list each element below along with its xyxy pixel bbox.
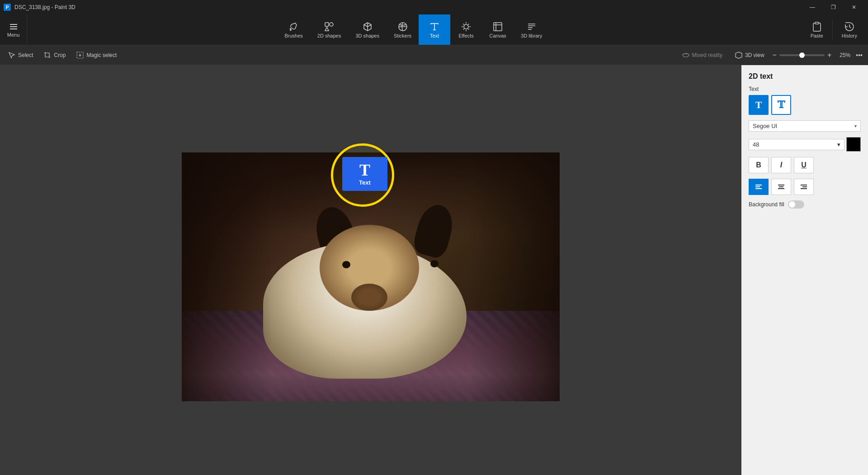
history-icon	[844, 21, 855, 32]
align-right-button[interactable]	[794, 179, 814, 195]
text-style-outline-button[interactable]: 𝕋	[771, 95, 791, 115]
text-style-t: T	[755, 99, 762, 111]
menu-icon	[9, 22, 18, 31]
magic-select-tool[interactable]: Magic select	[72, 50, 121, 61]
text-style-normal-button[interactable]: T	[749, 95, 769, 115]
title-bar: P DSC_3138.jpg - Paint 3D — ❐ ✕	[0, 0, 868, 14]
app-icon: P	[4, 4, 11, 11]
toolbar-2d-shapes[interactable]: 2D shapes	[310, 14, 349, 45]
right-panel: 2D text Text T 𝕋 Segoe UI ▾ 48 ▾	[741, 65, 868, 475]
crop-icon	[44, 52, 51, 59]
zoom-control: − + 25%	[773, 51, 851, 59]
restore-button[interactable]: ❐	[823, 0, 844, 14]
text-style-outline-t: 𝕋	[778, 99, 785, 111]
minimize-button[interactable]: —	[802, 0, 823, 14]
font-selector[interactable]: Segoe UI ▾	[749, 120, 861, 132]
toolbar-canvas[interactable]: Canvas	[482, 14, 514, 45]
paste-button[interactable]: Paste	[805, 19, 829, 40]
toolbar-3d-shapes[interactable]: 3D shapes	[348, 14, 387, 45]
svg-rect-11	[815, 22, 819, 24]
svg-rect-10	[494, 23, 502, 31]
right-overlay	[469, 152, 560, 401]
zoom-slider-thumb	[799, 52, 805, 58]
dog-nose	[351, 284, 387, 311]
more-options-button[interactable]: •••	[854, 50, 864, 61]
toolbar-effects[interactable]: Effects	[450, 14, 482, 45]
mixed-reality-icon	[682, 52, 689, 59]
secondary-toolbar: Select Crop Magic select Mixed reality 3…	[0, 45, 868, 65]
align-center-icon	[777, 183, 785, 191]
history-button[interactable]: History	[836, 19, 863, 40]
svg-rect-4	[10, 28, 17, 29]
3d-view-button[interactable]: 3D view	[731, 50, 769, 61]
mixed-reality-button[interactable]: Mixed reality	[678, 50, 727, 61]
canvas-area[interactable]: T Text	[0, 65, 741, 475]
2d-shapes-icon	[324, 21, 335, 32]
svg-rect-3	[10, 26, 17, 27]
text-label: Text	[430, 33, 439, 38]
italic-icon: I	[780, 161, 782, 169]
history-label: History	[842, 33, 857, 38]
2d-shapes-label: 2D shapes	[317, 33, 341, 38]
canvas-label: Canvas	[489, 33, 506, 38]
italic-button[interactable]: I	[771, 157, 791, 173]
bold-icon: B	[756, 161, 761, 169]
zoom-level: 25%	[834, 52, 850, 58]
underline-button[interactable]: U	[794, 157, 814, 173]
left-overlay	[182, 152, 272, 401]
toolbar-tools: Brushes 2D shapes 3D shapes	[27, 14, 800, 45]
bg-fill-label: Background fill	[749, 201, 784, 208]
toolbar-stickers[interactable]: Stickers	[387, 14, 419, 45]
font-name: Segoe UI	[753, 123, 854, 129]
toolbar-3d-library[interactable]: 3D library	[514, 14, 549, 45]
toolbar-text[interactable]: Text	[419, 14, 450, 45]
bold-button[interactable]: B	[749, 157, 769, 173]
close-button[interactable]: ✕	[844, 0, 864, 14]
effects-icon	[461, 21, 472, 32]
align-left-icon	[755, 183, 763, 191]
align-center-button[interactable]	[771, 179, 791, 195]
font-chevron-icon: ▾	[854, 124, 857, 128]
mixed-reality-label: Mixed reality	[692, 52, 722, 58]
image-wrapper: T Text	[182, 152, 560, 401]
svg-point-9	[464, 24, 468, 29]
text-style-row: T 𝕋	[749, 95, 861, 115]
callout-letter: T	[359, 162, 370, 178]
zoom-out-button[interactable]: −	[773, 51, 777, 59]
bg-fill-toggle[interactable]	[788, 200, 804, 209]
text-toolbar-icon	[429, 21, 440, 32]
bg-fill-row: Background fill	[749, 200, 861, 209]
toolbar-brushes[interactable]: Brushes	[277, 14, 310, 45]
canvas-icon	[492, 21, 503, 32]
main-content: T Text	[0, 65, 868, 475]
effects-label: Effects	[458, 33, 473, 38]
3d-view-icon	[735, 52, 742, 59]
3d-shapes-label: 3D shapes	[355, 33, 379, 38]
align-left-button[interactable]	[749, 179, 769, 195]
svg-rect-18	[779, 186, 783, 187]
zoom-slider[interactable]	[779, 54, 825, 56]
color-swatch[interactable]	[846, 137, 861, 152]
dog-eye-right	[430, 260, 439, 267]
magic-select-icon	[76, 52, 84, 59]
zoom-in-button[interactable]: +	[827, 51, 831, 59]
stickers-icon	[397, 21, 408, 32]
paste-icon	[811, 21, 822, 32]
crop-tool[interactable]: Crop	[39, 50, 70, 61]
bg-fill-thumb	[789, 201, 795, 208]
brushes-label: Brushes	[284, 33, 302, 38]
text-callout: T Text	[342, 157, 387, 191]
select-tool[interactable]: Select	[4, 50, 38, 61]
menu-button[interactable]: Menu	[0, 14, 27, 45]
crop-label: Crop	[54, 52, 66, 58]
toolbar-right: Paste History	[800, 14, 868, 45]
brush-icon	[288, 21, 299, 32]
magic-select-label: Magic select	[86, 52, 117, 58]
svg-rect-17	[778, 185, 784, 185]
dog-eye-left	[342, 261, 350, 268]
3d-shapes-icon	[362, 21, 373, 32]
font-size-selector[interactable]: 48 ▾	[749, 139, 844, 150]
svg-rect-14	[755, 185, 762, 185]
svg-rect-20	[801, 185, 807, 185]
svg-rect-16	[755, 188, 762, 189]
